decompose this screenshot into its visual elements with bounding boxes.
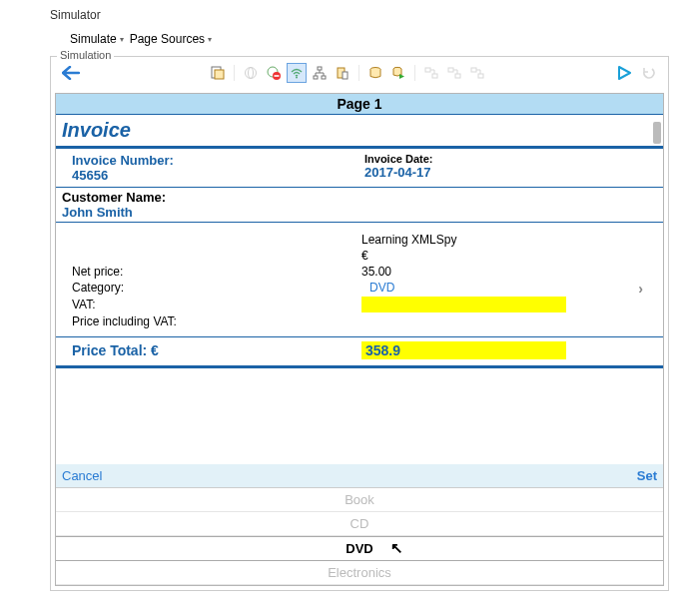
picker-option-cd[interactable]: CD <box>56 512 663 536</box>
page-sources-menu-label: Page Sources <box>130 32 205 46</box>
toolbar-db-icon[interactable] <box>365 63 385 83</box>
price-total-label: Price Total: € <box>72 342 361 358</box>
toolbar-page-icon[interactable] <box>208 63 228 83</box>
price-incl-vat-label: Price including VAT: <box>72 314 361 328</box>
toolbar-wifi-icon[interactable] <box>287 63 307 83</box>
page-sources-menu[interactable]: Page Sources ▾ <box>130 32 212 46</box>
toolbar-group3-icon[interactable] <box>467 63 487 83</box>
toolbar-separator <box>234 65 235 81</box>
picker-option-label: DVD <box>346 541 372 556</box>
toolbar-group1-icon[interactable] <box>421 63 441 83</box>
svg-rect-16 <box>432 74 437 78</box>
svg-point-3 <box>249 68 254 79</box>
vat-value-field[interactable] <box>361 297 566 312</box>
undo-button[interactable] <box>638 63 658 83</box>
set-link[interactable]: Set <box>637 468 657 483</box>
arrow-left-icon <box>62 66 80 80</box>
invoice-date-label: Invoice Date: <box>364 153 657 165</box>
svg-rect-9 <box>314 76 318 79</box>
svg-rect-10 <box>322 76 326 79</box>
chevron-down-icon: ▾ <box>208 35 212 44</box>
menubar: Simulate ▾ Page Sources ▾ <box>70 32 669 46</box>
total-row: Price Total: € 358.9 <box>56 336 663 368</box>
svg-rect-1 <box>215 70 224 79</box>
play-icon <box>616 65 632 81</box>
back-button[interactable] <box>61 63 81 83</box>
net-price-value: 35.00 <box>361 265 653 279</box>
svg-point-7 <box>296 77 298 79</box>
toolbar-group2-icon[interactable] <box>444 63 464 83</box>
globe-blocked-icon <box>267 66 281 80</box>
svg-rect-15 <box>425 68 430 72</box>
customer-name-label: Customer Name: <box>62 190 657 205</box>
page-icon <box>211 66 225 80</box>
device-icon <box>336 66 350 80</box>
window-title: Simulator <box>50 8 669 22</box>
toolbar <box>51 57 668 89</box>
simulation-panel-label: Simulation <box>57 49 114 61</box>
customer-name-value[interactable]: John Smith <box>62 205 657 220</box>
toolbar-separator <box>414 65 415 81</box>
chevron-down-icon: ▾ <box>120 35 124 44</box>
item-name-value: Learning XMLSpy <box>361 233 653 247</box>
cancel-link[interactable]: Cancel <box>62 468 102 483</box>
page-area: Page 1 Invoice Invoice Number: 45656 Inv… <box>55 93 664 586</box>
line-items: Learning XMLSpy € Net price: 35.00 Categ… <box>56 223 663 336</box>
svg-rect-18 <box>455 74 460 78</box>
customer-block: Customer Name: John Smith <box>56 188 663 223</box>
invoice-number-label: Invoice Number: <box>72 153 364 168</box>
cursor-icon: ↖ <box>390 539 403 557</box>
lan-icon <box>313 66 327 80</box>
group-icon <box>447 66 461 80</box>
svg-point-2 <box>246 68 257 79</box>
chevron-right-icon[interactable]: › <box>638 281 643 297</box>
picker-option-book[interactable]: Book <box>56 488 663 512</box>
simulation-panel: Simulation <box>50 56 669 591</box>
category-label: Category: <box>72 281 361 295</box>
wifi-icon <box>290 66 304 80</box>
simulate-menu-label: Simulate <box>70 32 117 46</box>
invoice-number-value[interactable]: 45656 <box>72 168 364 183</box>
toolbar-globe-block-icon[interactable] <box>264 63 284 83</box>
svg-rect-6 <box>275 75 280 77</box>
picker-option-dvd[interactable]: DVD ↖ <box>56 536 663 561</box>
invoice-title: Invoice <box>56 115 663 149</box>
group-icon <box>470 66 484 80</box>
picker-action-bar: Cancel Set <box>56 464 663 487</box>
toolbar-globe-icon[interactable] <box>241 63 261 83</box>
toolbar-lan-icon[interactable] <box>310 63 330 83</box>
picker-option-electronics[interactable]: Electronics <box>56 561 663 585</box>
net-price-label: Net price: <box>72 265 361 279</box>
page-header: Page 1 <box>56 94 663 115</box>
vat-label: VAT: <box>72 298 361 311</box>
svg-rect-19 <box>471 68 476 72</box>
svg-rect-8 <box>318 67 322 70</box>
svg-rect-12 <box>343 72 348 79</box>
svg-rect-17 <box>448 68 453 72</box>
group-icon <box>424 66 438 80</box>
toolbar-device-icon[interactable] <box>333 63 352 83</box>
svg-rect-20 <box>478 74 483 78</box>
undo-icon <box>641 66 655 80</box>
price-total-value[interactable]: 358.9 <box>361 341 566 359</box>
item-currency: € <box>361 249 653 263</box>
empty-space <box>56 368 663 464</box>
database-run-icon <box>391 66 405 80</box>
category-value[interactable]: DVD <box>361 281 394 295</box>
picker[interactable]: Book CD DVD ↖ Electronics <box>56 487 663 585</box>
database-icon <box>368 66 382 80</box>
globe-icon <box>244 66 258 80</box>
simulate-menu[interactable]: Simulate ▾ <box>70 32 124 46</box>
invoice-date-value[interactable]: 2017-04-17 <box>364 165 657 180</box>
run-button[interactable] <box>614 63 634 83</box>
scrollbar-thumb[interactable] <box>653 122 661 144</box>
invoice-meta-row: Invoice Number: 45656 Invoice Date: 2017… <box>56 149 663 188</box>
toolbar-separator <box>358 65 359 81</box>
toolbar-db-run-icon[interactable] <box>388 63 408 83</box>
